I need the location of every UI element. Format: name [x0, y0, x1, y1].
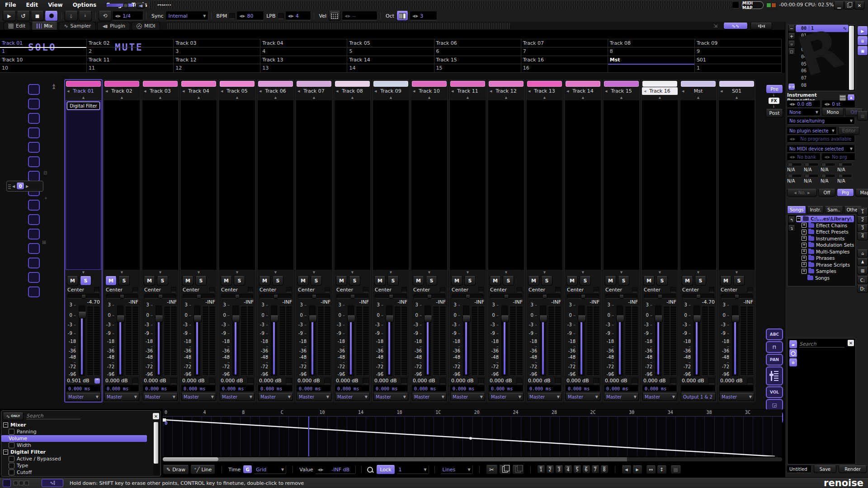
macro-slider[interactable] — [821, 174, 835, 178]
track-select-square[interactable] — [28, 127, 40, 138]
fader-handle[interactable] — [309, 315, 317, 322]
delay-field[interactable]: 0.000 ms — [566, 385, 600, 392]
pan-knob[interactable] — [734, 294, 739, 299]
device-area[interactable] — [450, 100, 486, 270]
scope-cell-track-04[interactable]: Track 04 4 — [260, 39, 347, 56]
collapse-down-button[interactable]: ▼ — [257, 270, 294, 275]
mute-button[interactable]: M — [490, 276, 501, 286]
draw-tool-button[interactable]: ✎Draw — [163, 465, 189, 474]
routing-select[interactable]: Master▼ — [335, 393, 370, 401]
clear-search-icon[interactable]: ✕ — [848, 340, 854, 346]
track-color-bar[interactable] — [258, 81, 293, 87]
pan-link-checkbox[interactable] — [325, 287, 330, 292]
delay-field[interactable]: 0.000 ms — [258, 385, 293, 392]
tab-plugin[interactable]: ◀▮Plugin — [97, 22, 130, 30]
mute-button[interactable]: M — [182, 276, 193, 286]
pan-slider[interactable] — [413, 294, 445, 299]
device-area[interactable] — [411, 100, 447, 270]
pan-link-checkbox[interactable] — [171, 287, 176, 292]
postfx-toggle[interactable] — [632, 378, 638, 384]
routing-select[interactable]: Output 1 & 2 — [681, 393, 716, 401]
routing-select[interactable]: Master▼ — [373, 393, 408, 401]
device-area[interactable] — [335, 100, 370, 270]
drive-c-button[interactable]: C: — [857, 276, 868, 284]
scopes-statusbar-toggle[interactable]: ∿⫿ — [42, 479, 63, 487]
routing-select[interactable]: Master▼ — [104, 393, 139, 401]
line-tool-button[interactable]: ⁺╱Line — [190, 465, 215, 474]
postfx-toggle[interactable] — [132, 378, 138, 384]
device-area[interactable] — [258, 100, 293, 270]
scopes-view-button[interactable]: ∿∿ — [723, 23, 748, 29]
disk-folder-instruments[interactable]: + Instruments — [796, 235, 855, 242]
fader-handle[interactable] — [731, 315, 740, 322]
file-search-input[interactable]: Search — [799, 341, 844, 347]
plugin-editor-button[interactable]: Editor — [838, 127, 859, 135]
instrument-volume[interactable]: ◀▶0.0 dB — [787, 100, 821, 108]
volume-fader[interactable] — [156, 305, 162, 376]
pan-knob[interactable] — [235, 294, 240, 299]
solo-button[interactable]: S — [503, 276, 514, 286]
routing-select[interactable]: Master▼ — [143, 393, 178, 401]
track-name[interactable]: ◀Track 15 — [603, 87, 640, 95]
pan-link-checkbox[interactable] — [94, 287, 99, 292]
meters-toggle[interactable]: ⊓ — [766, 341, 783, 353]
track-name[interactable]: ◀Track 11 — [449, 87, 486, 95]
wildcard-button[interactable]: ✲ — [789, 358, 797, 367]
collapse-left-icon[interactable]: ◀ — [451, 89, 453, 93]
routing-select[interactable]: Master▼ — [220, 393, 255, 401]
fx-chain-button[interactable]: FX — [769, 98, 779, 104]
postfx-toggle[interactable] — [401, 378, 407, 384]
collapse-up-button[interactable]: ▲ — [680, 95, 717, 100]
file-type-button[interactable]: ▰ — [789, 340, 797, 349]
fader-handle[interactable] — [117, 315, 125, 322]
delay-field[interactable] — [681, 385, 716, 392]
macro-knob[interactable] — [838, 174, 843, 178]
disk-preset-3[interactable]: 3 — [857, 224, 868, 232]
envelope-grid[interactable]: 0 — [163, 417, 782, 456]
solo-button[interactable]: S — [464, 276, 476, 286]
solo-button[interactable]: S — [618, 276, 629, 286]
solo-button[interactable]: S — [541, 276, 552, 286]
disk-tab-sam[interactable]: Sam.. — [825, 206, 843, 214]
spinner-arrows-icon[interactable]: ◀▶ — [412, 14, 419, 18]
expand-icon[interactable]: + — [802, 236, 807, 241]
spinner-arrows-icon[interactable]: ◀▶ — [239, 14, 245, 18]
scale-select[interactable]: No scale/tuning▼ — [787, 117, 855, 125]
pan-knob[interactable] — [388, 294, 393, 299]
record-button[interactable] — [45, 11, 58, 21]
quantize-display[interactable]: ◀▶ 1/4 — [113, 11, 143, 20]
pan-link-checkbox[interactable] — [209, 287, 215, 292]
flip-vertical-button[interactable]: ↕ — [657, 465, 667, 474]
collapse-icon[interactable]: − — [3, 422, 8, 427]
track-name[interactable]: ◀Track 02 — [104, 87, 140, 95]
track-color-bar[interactable] — [642, 81, 677, 87]
automation-param-volume[interactable]: Volume — [1, 435, 147, 442]
collapse-left-icon[interactable]: ◀ — [259, 89, 261, 93]
loop-pattern-button[interactable]: ↺ — [17, 11, 30, 21]
clear-search-icon[interactable]: ✕ — [153, 413, 159, 419]
user-folder-button[interactable]: ♟ — [857, 258, 868, 266]
pan-knob[interactable] — [542, 294, 547, 299]
pan-slider[interactable] — [336, 294, 368, 299]
collapse-up-button[interactable]: ▲ — [257, 95, 294, 100]
collapse-left-icon[interactable]: ◀ — [221, 89, 223, 93]
mute-button[interactable]: M — [105, 276, 117, 286]
post-mixer-button[interactable]: Post — [766, 109, 783, 117]
macro-slider[interactable] — [804, 163, 819, 166]
volume-toggle[interactable]: VOL — [766, 386, 783, 398]
volume-fader[interactable] — [501, 305, 508, 376]
mute-button[interactable]: M — [144, 276, 155, 286]
device-area[interactable] — [373, 100, 409, 270]
param-checkbox[interactable] — [9, 463, 14, 469]
postfx-toggle[interactable] — [516, 378, 523, 384]
snapshot-3-button[interactable]: 3 — [555, 465, 563, 474]
collapse-up-button[interactable]: ▲ — [296, 95, 332, 100]
collapse-left-icon[interactable]: ◀ — [336, 89, 338, 93]
routing-select[interactable]: Master▼ — [181, 393, 216, 401]
expand-icon[interactable]: + — [802, 256, 807, 261]
library-folder-button[interactable]: ▥ — [857, 267, 868, 275]
disk-folder-multi-samples[interactable]: + Multi-Samples — [796, 249, 855, 255]
scope-cell-track-10[interactable]: Track 10 10 — [0, 56, 87, 73]
delay-field[interactable]: 0.000 ms — [297, 385, 331, 392]
device-area[interactable] — [142, 100, 178, 270]
